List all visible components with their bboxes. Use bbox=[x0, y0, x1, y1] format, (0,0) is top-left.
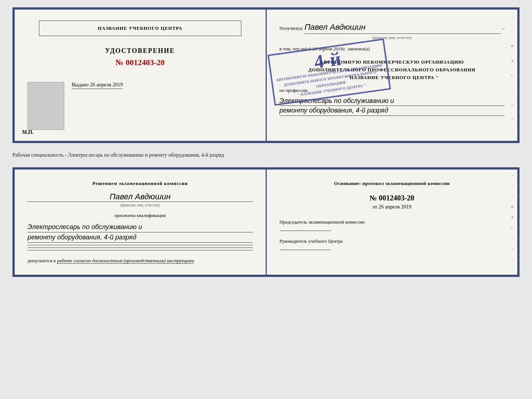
qualification-line2: ремонту оборудования, 4-й разряд bbox=[28, 232, 253, 243]
issued-block: Выдано 26 апреля 2019 bbox=[72, 82, 123, 89]
issued-date: 26 апреля 2019 bbox=[90, 82, 123, 88]
photo-and-info: Выдано 26 апреля 2019 bbox=[28, 82, 253, 130]
top-right-page: Получил(а) Павел Авдюшин – (фамилия, имя… bbox=[267, 10, 518, 141]
director-block: Руководитель учебного Центра bbox=[280, 238, 505, 250]
protocol-date: от 26 апреля 2019 bbox=[280, 204, 505, 210]
photo-box bbox=[28, 82, 64, 130]
certificate-label: УДОСТОВЕРЕНИЕ bbox=[105, 47, 175, 55]
profession-name-line2: ремонту оборудования, 4-й разряд bbox=[280, 106, 505, 115]
chairman-block: Председатель экзаменационной комиссии bbox=[280, 219, 505, 231]
date-prefix: от bbox=[373, 204, 377, 210]
org-name-text: НАЗВАНИЕ УЧЕБНОГО ЦЕНТРА bbox=[98, 25, 183, 31]
right-marks-top: – – и а ← – – – – bbox=[510, 10, 514, 141]
issued-label: Выдано bbox=[72, 82, 89, 88]
decision-title: Решением экзаменационной комиссии bbox=[28, 181, 253, 186]
director-signature-line bbox=[280, 250, 331, 250]
issued-line: Выдано 26 апреля 2019 bbox=[72, 82, 123, 89]
top-booklet: НАЗВАНИЕ УЧЕБНОГО ЦЕНТРА УДОСТОВЕРЕНИЕ №… bbox=[12, 7, 520, 143]
hint-fio-top: (фамилия, имя, отчество) bbox=[280, 35, 505, 41]
allowed-prefix: допускается к bbox=[28, 258, 56, 263]
separator-text: Рабочая специальность - Электрослесарь п… bbox=[12, 150, 520, 161]
director-title: Руководитель учебного Центра bbox=[280, 238, 505, 244]
mp-label: М.П. bbox=[22, 129, 33, 135]
certificate-number: № 0012403-20 bbox=[115, 58, 165, 67]
qualification-assigned: присвоена квалификация bbox=[28, 213, 253, 218]
allowed-block: допускается к работе согласно должностны… bbox=[28, 258, 253, 264]
chairman-title: Председатель экзаменационной комиссии bbox=[280, 219, 505, 225]
chairman-signature-line bbox=[280, 231, 331, 231]
org-name-box: НАЗВАНИЕ УЧЕБНОГО ЦЕНТРА bbox=[39, 21, 241, 36]
qualification-line1: Электрослесарь по обслуживанию и bbox=[28, 222, 253, 232]
top-left-page: НАЗВАНИЕ УЧЕБНОГО ЦЕНТРА УДОСТОВЕРЕНИЕ №… bbox=[15, 10, 267, 141]
bottom-right-page: Основание: протокол экзаменационной коми… bbox=[267, 170, 518, 275]
basis-title: Основание: протокол экзаменационной коми… bbox=[280, 181, 505, 186]
bottom-booklet: Решением экзаменационной комиссии Павел … bbox=[12, 167, 520, 277]
protocol-number: № 0012403-20 bbox=[280, 194, 505, 202]
right-marks-bottom: – – – и а ← – – – – bbox=[510, 170, 514, 275]
hint-fio-bottom: (фамилия, имя, отчество) bbox=[28, 203, 253, 207]
date-value: 26 апреля 2019 bbox=[378, 204, 411, 210]
bottom-left-page: Решением экзаменационной комиссии Павел … bbox=[15, 170, 267, 275]
allowed-text: работе согласно должностным (производств… bbox=[57, 258, 194, 264]
received-label: Получил(а) bbox=[280, 25, 303, 32]
person-name-bottom: Павел Авдюшин bbox=[28, 192, 253, 202]
received-name: Павел Авдюшин bbox=[305, 21, 500, 34]
received-line: Получил(а) Павел Авдюшин – bbox=[280, 21, 505, 34]
